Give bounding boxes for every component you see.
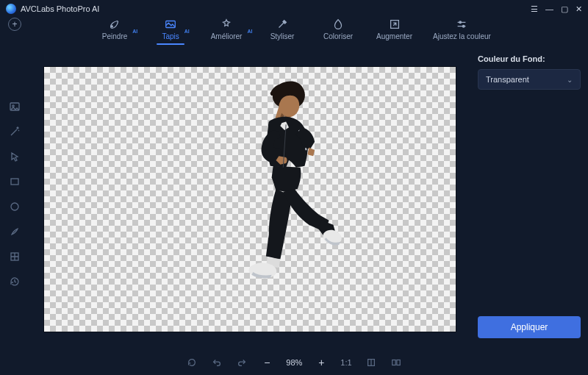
tab-stylize[interactable]: Styliser (265, 18, 300, 40)
tab-enhance[interactable]: AméliorerAI (209, 18, 244, 40)
tab-label: AméliorerAI (211, 32, 243, 40)
redo-icon[interactable] (236, 357, 248, 368)
fit-screen-icon[interactable] (365, 357, 377, 368)
title-bar: AVCLabs PhotoPro AI ☰ — ▢ ✕ (0, 0, 588, 18)
ai-badge: AI (184, 29, 190, 34)
tabs: PeindreAITapisAIAméliorerAIStyliserColor… (29, 18, 559, 40)
add-button[interactable]: + (8, 18, 21, 31)
close-icon[interactable]: ✕ (576, 4, 582, 14)
tab-label: Ajustez la couleur (433, 32, 491, 40)
colorize-icon (331, 18, 345, 31)
left-toolbar (0, 49, 29, 350)
panel-title: Couleur du Fond: (478, 54, 581, 63)
svg-point-8 (11, 203, 18, 210)
tool-image-icon[interactable] (8, 100, 21, 113)
svg-rect-7 (11, 179, 18, 185)
compare-icon[interactable] (390, 357, 402, 368)
maximize-icon[interactable]: ▢ (561, 4, 568, 14)
tool-rect-icon[interactable] (8, 175, 21, 188)
tool-history-icon[interactable] (8, 275, 21, 288)
adjust-icon (455, 18, 468, 31)
tab-label: Augmenter (376, 32, 412, 40)
subject-man-running (201, 77, 357, 321)
zoom-out-button[interactable]: − (261, 357, 273, 368)
svg-rect-12 (397, 360, 400, 365)
upscale-icon (388, 18, 401, 31)
tab-label: PeindreAI (102, 32, 127, 40)
svg-point-4 (463, 25, 465, 27)
ai-badge: AI (247, 29, 252, 34)
tool-circle-icon[interactable] (8, 200, 21, 213)
canvas-area (29, 49, 470, 350)
app-logo-icon (6, 4, 16, 14)
app-title: AVCLabs PhotoPro AI (21, 4, 99, 13)
reset-icon[interactable] (186, 357, 198, 368)
bottom-bar: − 98% + 1:1 (0, 350, 588, 375)
tab-upscale[interactable]: Augmenter (376, 18, 412, 40)
tool-grid-icon[interactable] (8, 250, 21, 263)
tab-label: TapisAI (162, 32, 179, 40)
dropdown-value: Transparent (486, 75, 529, 84)
undo-icon[interactable] (211, 357, 223, 368)
apply-button[interactable]: Appliquer (478, 316, 581, 338)
top-toolbar: + PeindreAITapisAIAméliorerAIStyliserCol… (0, 18, 588, 49)
tool-brush-icon[interactable] (8, 225, 21, 238)
tool-wand-icon[interactable] (8, 125, 21, 138)
enhance-icon (220, 18, 233, 31)
stylize-icon (276, 18, 289, 31)
tapis-icon (164, 18, 177, 31)
zoom-in-button[interactable]: + (315, 357, 327, 368)
zoom-level: 98% (286, 358, 302, 367)
chevron-down-icon: ⌄ (567, 76, 573, 84)
svg-point-6 (12, 105, 14, 107)
tab-paint[interactable]: PeindreAI (97, 18, 132, 40)
title-bar-left: AVCLabs PhotoPro AI (6, 4, 99, 14)
right-panel: Couleur du Fond: Transparent ⌄ Appliquer (470, 49, 588, 350)
svg-point-3 (459, 21, 462, 24)
background-color-dropdown[interactable]: Transparent ⌄ (478, 69, 581, 90)
paint-icon (108, 18, 121, 31)
tab-label: Coloriser (323, 32, 353, 40)
ai-badge: AI (132, 29, 137, 34)
tool-pointer-icon[interactable] (8, 150, 21, 163)
ratio-button[interactable]: 1:1 (340, 357, 351, 368)
tab-colorize[interactable]: Coloriser (320, 18, 356, 40)
canvas[interactable] (44, 67, 456, 332)
tab-label: Styliser (270, 32, 295, 40)
minimize-icon[interactable]: — (545, 4, 553, 13)
svg-point-0 (112, 26, 113, 27)
menu-icon[interactable]: ☰ (531, 4, 538, 14)
svg-rect-11 (392, 360, 395, 365)
tab-tapis[interactable]: TapisAI (153, 18, 188, 40)
tab-adjust[interactable]: Ajustez la couleur (433, 18, 491, 40)
